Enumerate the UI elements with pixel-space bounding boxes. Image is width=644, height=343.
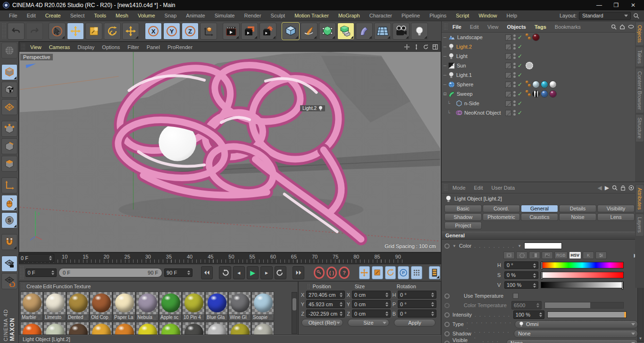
subdivision-surface-button[interactable] (319, 23, 336, 40)
saturation-field[interactable]: 0 % (504, 271, 538, 279)
menu-plugins[interactable]: Plugins (425, 12, 451, 19)
menu-edit[interactable]: Edit (23, 12, 40, 19)
am-menu-edit[interactable]: Edit (470, 184, 487, 192)
workplane-lock-icon[interactable] (1, 256, 17, 272)
tab-basic[interactable]: Basic (444, 205, 482, 212)
menu-simulate[interactable]: Simulate (210, 12, 239, 19)
material-thumb[interactable] (159, 322, 182, 335)
material-tag[interactable] (532, 81, 540, 88)
om-menu-tags[interactable]: Tags (531, 23, 550, 31)
value-field[interactable]: 100 % (504, 281, 538, 289)
size-z-field[interactable]: 0 cm (352, 310, 391, 318)
material-tag[interactable] (549, 90, 557, 98)
material-thumb[interactable] (251, 322, 274, 335)
keying-settings-button[interactable] (429, 266, 440, 279)
polygons-mode-icon[interactable] (1, 156, 17, 172)
snap-settings-icon[interactable]: S (1, 212, 17, 228)
menu-sculpt[interactable]: Sculpt (267, 12, 290, 19)
material-thumb[interactable]: Apple sc (159, 292, 182, 321)
tab-structure[interactable]: Structure (636, 115, 644, 142)
material-thumb[interactable]: Wine Gl (228, 292, 251, 321)
am-search-icon[interactable] (612, 185, 618, 191)
menu-select[interactable]: Select (66, 12, 89, 19)
anim-ring-shadow[interactable] (444, 331, 450, 336)
edges-mode-icon[interactable] (1, 138, 17, 154)
material-thumb[interactable]: 10 Pin 4 (182, 292, 205, 321)
layer-box[interactable] (505, 91, 511, 97)
viewport-zoom-icon[interactable] (412, 43, 420, 51)
use-temperature-checkbox[interactable] (513, 293, 519, 299)
menu-create[interactable]: Create (41, 12, 65, 19)
layer-box[interactable] (505, 72, 511, 78)
mat-menu-function[interactable]: Function (53, 284, 73, 289)
color-wheel-icon[interactable] (516, 251, 527, 259)
am-menu-userdata[interactable]: User Data (488, 184, 519, 192)
menu-volume[interactable]: Volume (134, 12, 159, 19)
layer-box[interactable] (505, 63, 511, 69)
enable-check[interactable]: ✓ (518, 81, 522, 88)
saturation-slider[interactable] (541, 272, 624, 278)
coords-mode-select[interactable]: Object (Rel) (301, 319, 343, 326)
frame-range-slider[interactable]: 0 F90 F (59, 268, 162, 277)
history-forward-icon[interactable]: ▶ (605, 184, 609, 191)
enable-check[interactable]: ✓ (518, 109, 522, 116)
add-primitive-cube-button[interactable] (282, 23, 299, 40)
menu-motion-tracker[interactable]: Motion Tracker (290, 12, 333, 19)
anim-ring-intensity[interactable] (444, 312, 450, 318)
history-back-icon[interactable]: ◀ (598, 184, 602, 191)
visibility-dots[interactable] (513, 72, 516, 78)
generators-button[interactable] (337, 23, 354, 40)
hue-slider[interactable] (541, 262, 624, 268)
om-search-icon[interactable] (611, 24, 617, 30)
vp-menu-view[interactable]: View (26, 43, 45, 51)
layer-box[interactable] (505, 110, 511, 116)
color-temperature-slider[interactable] (544, 302, 624, 309)
vp-menu-prorender[interactable]: ProRender (164, 43, 196, 51)
menu-character[interactable]: Character (365, 12, 396, 19)
material-thumb[interactable]: Dented (67, 292, 89, 321)
material-scrollbar[interactable] (292, 292, 297, 334)
next-frame-button[interactable]: ▸ (260, 266, 272, 279)
menu-tools[interactable]: Tools (90, 12, 110, 19)
expand-toggle[interactable]: ⊟ (442, 92, 448, 96)
lock-z-axis[interactable]: Z (182, 23, 199, 40)
layer-box[interactable] (505, 53, 511, 59)
toolbar-grip[interactable] (2, 23, 6, 39)
tab-attributes[interactable]: Attributes (636, 185, 644, 212)
material-thumb[interactable]: Paper La (113, 292, 135, 321)
om-menu-edit[interactable]: Edit (466, 23, 483, 31)
material-tag[interactable] (532, 90, 540, 98)
mat-menu-edit[interactable]: Edit (43, 284, 52, 289)
vp-menu-panel[interactable]: Panel (143, 43, 164, 51)
object-row-sun[interactable]: ─ Sun ✓ (442, 61, 635, 70)
search-icon[interactable] (633, 13, 639, 19)
current-frame-field[interactable]: 0 F (18, 254, 54, 262)
pos-x-field[interactable]: 270.405 cm (306, 291, 345, 299)
vp-menu-filter[interactable]: Filter (124, 43, 142, 51)
size-x-field[interactable]: 0 cm (352, 291, 391, 299)
rot-h-field[interactable]: 0 ° (398, 291, 436, 299)
workplane-interactive-icon[interactable] (1, 273, 17, 289)
hue-field[interactable]: 0 ° (504, 261, 538, 269)
goto-end-button[interactable]: ⏵⏵ (293, 266, 304, 279)
record-keyframe-button[interactable] (314, 267, 325, 279)
color-swatch[interactable] (524, 243, 562, 249)
camera-view-label[interactable]: Perspective (20, 54, 53, 60)
render-to-picture-viewer-button[interactable] (241, 23, 258, 40)
anim-ring-color-temperature[interactable] (444, 303, 450, 308)
layer-box[interactable] (505, 100, 511, 107)
visibility-dots[interactable] (513, 91, 516, 97)
material-thumb[interactable] (43, 322, 66, 335)
mat-menu-texture[interactable]: Texture (74, 284, 91, 289)
magnet-snap-icon[interactable] (1, 234, 17, 250)
type-select[interactable]: Omni (515, 320, 638, 328)
menu-script[interactable]: Script (452, 12, 473, 19)
am-lock-icon[interactable] (620, 185, 626, 191)
timeline-grip[interactable] (20, 266, 24, 279)
vp-menu-display[interactable]: Display (74, 43, 98, 51)
am-menu-mode[interactable]: Mode (449, 184, 469, 192)
viewport-rotate-icon[interactable] (422, 43, 429, 51)
coordinate-system-button[interactable] (200, 23, 217, 40)
coords-grip[interactable] (307, 284, 310, 289)
om-filter-icon[interactable] (628, 25, 634, 29)
